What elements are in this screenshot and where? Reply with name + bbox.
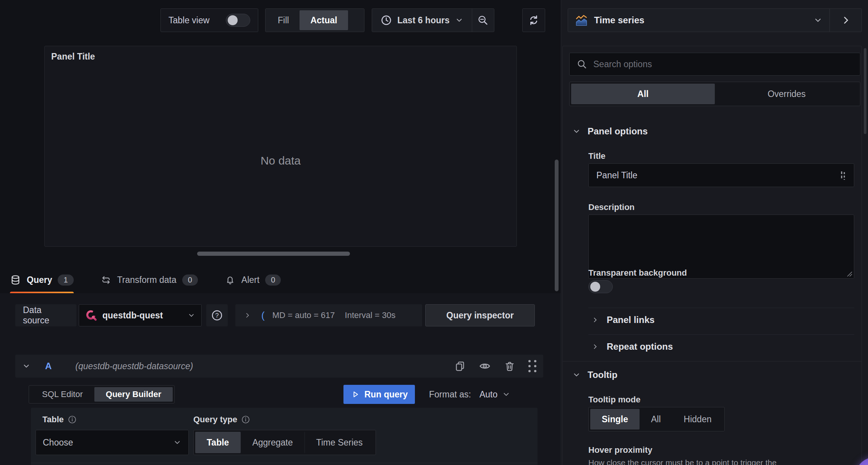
toggle-knob: [590, 282, 600, 292]
chevron-down-icon: [502, 390, 510, 399]
section-divider: [563, 361, 862, 362]
panel-options-section-header[interactable]: Panel options: [572, 126, 648, 137]
datasource-help-button[interactable]: ?: [206, 304, 228, 326]
divider: [588, 334, 854, 335]
sql-editor-option[interactable]: SQL Editor: [31, 387, 94, 402]
filter-tab-all[interactable]: All: [571, 84, 715, 104]
table-select[interactable]: Choose: [36, 430, 189, 455]
vertical-scrollbar[interactable]: [555, 160, 559, 291]
panel-links-label: Panel links: [607, 315, 654, 325]
query-row-header[interactable]: A (questdb-questdb-datasource): [15, 355, 543, 378]
format-as-control: Format as: Auto: [429, 385, 510, 404]
tooltip-heading: Tooltip: [588, 370, 617, 380]
tab-transform-data[interactable]: Transform data 0: [100, 270, 198, 290]
tooltip-section-header[interactable]: Tooltip: [572, 370, 617, 380]
query-type-switch: Table Aggregate Time Series: [193, 430, 376, 455]
max-data-points-stat: MD = auto = 617: [272, 310, 335, 320]
questdb-logo-icon: [85, 309, 97, 321]
options-search-input[interactable]: [593, 59, 853, 70]
variable-suggestions-icon[interactable]: [839, 170, 847, 180]
filter-tab-overrides[interactable]: Overrides: [715, 84, 858, 104]
fill-option[interactable]: Fill: [267, 10, 300, 30]
query-inspector-button[interactable]: Query inspector: [425, 304, 535, 326]
datasource-picker[interactable]: questdb-quest: [79, 304, 202, 326]
repeat-options-label: Repeat options: [607, 341, 673, 352]
grafana-panel-editor: Table view Fill Actual Last 6 hours: [0, 0, 868, 465]
query-options-summary[interactable]: ( MD = auto = 617 Interval = 30s: [235, 304, 422, 326]
drag-handle-icon[interactable]: [528, 360, 536, 372]
time-range-picker[interactable]: Last 6 hours: [372, 9, 472, 32]
zoom-out-time-button[interactable]: [472, 9, 494, 32]
tooltip-mode-single[interactable]: Single: [590, 409, 640, 429]
transparent-bg-toggle[interactable]: [588, 280, 613, 293]
visualization-name: Time series: [594, 15, 645, 26]
chevron-right-icon: [591, 316, 599, 324]
tooltip-mode-label: Tooltip mode: [588, 395, 640, 405]
loading-spinner-glyph: (: [261, 310, 265, 321]
time-range-group: Last 6 hours: [372, 8, 494, 32]
panel-preview: Panel Title No data: [44, 46, 517, 247]
database-icon: [10, 274, 21, 286]
transparent-bg-label: Transparent background: [588, 268, 687, 278]
chevron-down-icon: [173, 438, 181, 447]
panel-title: Panel Title: [51, 52, 95, 62]
hide-response-eye-icon[interactable]: [479, 360, 491, 372]
panel-links-section[interactable]: Panel links: [591, 315, 654, 325]
table-select-value: Choose: [43, 438, 73, 448]
query-type-time-series[interactable]: Time Series: [305, 432, 374, 453]
tab-alert[interactable]: Alert 0: [225, 270, 281, 290]
refresh-icon: [528, 14, 540, 26]
format-as-select[interactable]: Auto: [479, 389, 510, 400]
chevron-down-icon: [572, 127, 581, 136]
tab-alert-count: 0: [265, 274, 281, 286]
panel-options-heading: Panel options: [588, 126, 648, 137]
visualization-select[interactable]: Time series: [568, 9, 829, 32]
toggle-knob: [228, 15, 238, 25]
transform-icon: [100, 274, 112, 286]
actual-option[interactable]: Actual: [300, 10, 348, 30]
zoom-out-icon: [477, 15, 489, 26]
interval-stat: Interval = 30s: [345, 310, 396, 320]
tab-transform-count: 0: [182, 274, 198, 286]
title-field-label: Title: [588, 151, 606, 161]
tooltip-mode-all[interactable]: All: [640, 409, 672, 429]
tooltip-mode-switch: Single All Hidden: [588, 407, 725, 431]
options-search[interactable]: [569, 53, 860, 76]
chevron-right-icon: [591, 343, 599, 350]
table-view-label: Table view: [168, 15, 209, 26]
description-field-label: Description: [588, 202, 635, 212]
pane-scrollbar[interactable]: [864, 48, 866, 134]
resize-handle-icon[interactable]: [846, 271, 852, 277]
tab-transform-label: Transform data: [117, 275, 177, 285]
horizontal-scrollbar[interactable]: [197, 252, 350, 256]
repeat-options-section[interactable]: Repeat options: [591, 341, 673, 352]
query-type-aggregate[interactable]: Aggregate: [241, 432, 304, 453]
tab-alert-label: Alert: [241, 275, 259, 285]
builder-divider: [31, 463, 538, 463]
search-icon: [577, 59, 587, 69]
info-circle-icon: [241, 415, 250, 424]
fill-actual-switch: Fill Actual: [265, 8, 364, 32]
chevron-down-icon: [813, 16, 823, 25]
delete-query-trash-icon[interactable]: [504, 360, 515, 372]
editor-mode-switch: SQL Editor Query Builder: [29, 385, 175, 404]
query-builder-option[interactable]: Query Builder: [94, 387, 173, 402]
duplicate-query-icon[interactable]: [454, 360, 466, 372]
datasource-label: Data source: [15, 304, 76, 326]
query-type-table[interactable]: Table: [195, 432, 241, 453]
query-builder-panel: Table Query type Choose Table Aggregate: [31, 408, 538, 465]
tab-query[interactable]: Query 1: [10, 270, 74, 290]
table-field-label-text: Table: [42, 415, 64, 425]
chevron-right-icon: [244, 312, 251, 319]
run-query-button[interactable]: Run query: [343, 385, 415, 404]
refresh-button[interactable]: [522, 8, 545, 32]
time-series-viz-icon: [575, 14, 588, 27]
query-datasource-note: (questdb-questdb-datasource): [75, 361, 193, 371]
title-input[interactable]: [596, 170, 839, 181]
table-view-control: Table view: [160, 8, 258, 32]
svg-text:?: ?: [215, 312, 219, 319]
collapse-chevron-icon[interactable]: [22, 362, 31, 370]
collapse-pane-button[interactable]: [829, 9, 862, 32]
table-view-toggle[interactable]: [226, 14, 250, 27]
tooltip-mode-hidden[interactable]: Hidden: [672, 409, 723, 429]
